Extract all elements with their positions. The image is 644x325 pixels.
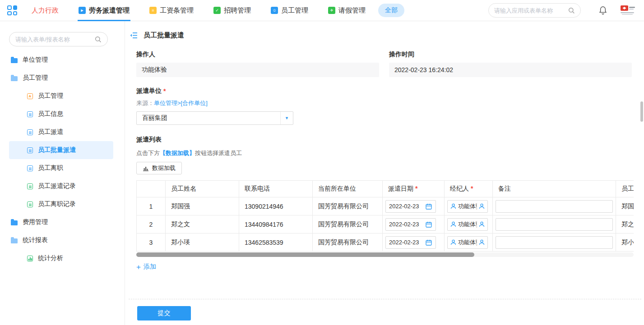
sidebar-item-label: 费用管理 — [23, 218, 48, 226]
form-search-box[interactable] — [9, 32, 108, 46]
dispatch-date-input[interactable] — [389, 221, 423, 228]
module-hr-admin[interactable]: 人力行政 — [31, 0, 60, 21]
hint-load-button-ref: 【数据加载】 — [160, 150, 195, 156]
cell-phone: 13462583539 — [239, 233, 313, 252]
form-area: 操作人 功能体验 操作时间 2022-02-23 16:24:02 派遣单位 *… — [125, 40, 644, 271]
module-leave[interactable]: ✈ 请假管理 — [327, 0, 366, 21]
sidebar-item-employee-resign[interactable]: 员工离职 — [9, 159, 113, 177]
agent-picker[interactable]: 功能体验 — [447, 200, 488, 213]
cell-name: 郑国强 — [166, 197, 239, 215]
remark-input[interactable] — [496, 200, 613, 213]
sidebar-item-employee-mgmt[interactable]: A 员工管理 — [9, 87, 113, 105]
dispatch-date-input[interactable] — [389, 239, 423, 246]
dispatch-date-input[interactable] — [389, 203, 423, 210]
remark-input[interactable] — [496, 218, 613, 231]
form-search-input[interactable] — [15, 36, 95, 43]
person-icon — [450, 203, 456, 209]
dispatch-module-icon: ► — [79, 7, 86, 14]
sidebar-item-label: 员工派遣 — [38, 128, 63, 136]
module-recruit[interactable]: ✓ 招聘管理 — [213, 0, 252, 21]
col-name: 员工姓名 — [166, 181, 239, 197]
submit-button[interactable]: 提交 — [137, 306, 191, 320]
op-time-field: 操作时间 2022-02-23 16:24:02 — [389, 50, 632, 77]
apps-grid-square — [13, 5, 18, 10]
bar-chart-icon — [143, 165, 149, 171]
sidebar-item-label: 员工离职记录 — [38, 200, 76, 208]
app-search-input[interactable] — [494, 7, 568, 14]
cell-name: 郑之文 — [166, 215, 239, 233]
row-index: 1 — [137, 197, 166, 215]
sidebar-item-unit-mgmt[interactable]: 单位管理 — [9, 51, 113, 69]
person-picker-icon[interactable] — [479, 221, 485, 227]
sidebar-item-employee-batch-dispatch[interactable]: 员工批量派遣 — [9, 141, 113, 159]
module-all-badge[interactable]: 全部 — [378, 4, 404, 17]
required-asterisk: * — [471, 185, 473, 192]
sidebar-item-resign-records[interactable]: 员工离职记录 — [9, 195, 113, 213]
app-window: 人力行政 ► 劳务派遣管理 ≡ 工资条管理 ✓ 招聘管理 ☺ 员工管理 ✈ 请假… — [0, 0, 644, 325]
sidebar-item-employee-mgmt-folder[interactable]: 员工管理 — [9, 69, 113, 87]
cell-current-unit: 国芳贸易有限公司 — [313, 233, 383, 252]
sidebar-item-label: 员工信息 — [38, 110, 63, 118]
collapse-menu-icon[interactable] — [130, 32, 138, 39]
sidebar-item-dispatch-records[interactable]: 员工派遣记录 — [9, 177, 113, 195]
vertical-scrollbar-thumb[interactable] — [640, 101, 643, 122]
operator-label: 操作人 — [136, 50, 379, 59]
dispatch-unit-label: 派遣单位 — [136, 87, 162, 95]
op-time-label: 操作时间 — [389, 50, 632, 59]
search-icon[interactable] — [568, 7, 575, 14]
source-prefix: 来源： — [136, 100, 154, 106]
sidebar-item-report-folder[interactable]: 统计报表 — [9, 231, 113, 249]
sidebar-item-expense-mgmt[interactable]: 费用管理 — [9, 213, 113, 231]
dispatch-date-picker[interactable] — [385, 200, 436, 213]
data-load-button-label: 数据加载 — [152, 164, 176, 172]
data-load-button[interactable]: 数据加载 — [136, 162, 182, 174]
source-link[interactable]: 单位管理>[合作单位] — [154, 100, 208, 106]
chevron-down-icon[interactable]: ▼ — [280, 112, 293, 124]
sidebar-item-label: 统计报表 — [23, 236, 48, 244]
agent-value: 功能体验 — [458, 220, 477, 229]
sidebar-item-employee-dispatch[interactable]: 员工派遣 — [9, 123, 113, 141]
sidebar-item-label: 员工管理 — [38, 92, 63, 100]
module-leave-label: 请假管理 — [338, 6, 366, 15]
row-index: 2 — [137, 215, 166, 233]
sidebar-item-label: 单位管理 — [23, 56, 48, 64]
agent-value: 功能体验 — [458, 238, 477, 247]
apps-grid-icon[interactable] — [7, 5, 17, 15]
agent-value: 功能体验 — [458, 202, 477, 211]
dispatch-date-picker[interactable] — [385, 236, 436, 249]
dispatch-date-picker[interactable] — [385, 218, 436, 231]
col-index — [137, 181, 166, 197]
agent-picker[interactable]: 功能体验 — [447, 218, 488, 231]
folder-icon — [11, 58, 18, 63]
cell-employee: 郑小瑛 — [616, 233, 634, 252]
notification-bell-icon[interactable] — [599, 6, 607, 15]
col-current-unit: 当前所在单位 — [313, 181, 383, 197]
page-title: 员工批量派遣 — [144, 31, 184, 40]
sidebar-item-employee-info[interactable]: 员工信息 — [9, 105, 113, 123]
module-payslip-label: 工资条管理 — [160, 6, 194, 15]
person-picker-icon[interactable] — [479, 239, 485, 245]
module-labor-dispatch[interactable]: ► 劳务派遣管理 — [78, 0, 130, 21]
dispatch-unit-select[interactable]: 百丽集团 ▼ — [136, 111, 293, 125]
plus-icon: + — [136, 263, 141, 271]
person-icon — [450, 221, 456, 227]
calendar-icon[interactable] — [426, 239, 432, 246]
search-icon[interactable] — [95, 36, 102, 43]
app-search-box[interactable] — [488, 3, 581, 18]
row-index: 3 — [137, 233, 166, 252]
remark-input[interactable] — [496, 236, 613, 249]
horizontal-scrollbar-thumb[interactable] — [136, 252, 474, 257]
calendar-icon[interactable] — [426, 203, 432, 210]
agent-picker[interactable]: 功能体验 — [447, 236, 488, 249]
person-picker-icon[interactable] — [479, 203, 485, 209]
dispatch-unit-field: 派遣单位 * 来源：单位管理>[合作单位] 百丽集团 ▼ — [136, 87, 632, 125]
cell-phone: 13090214946 — [239, 197, 313, 215]
horizontal-scrollbar[interactable] — [136, 252, 634, 257]
operator-value: 功能体验 — [136, 63, 379, 77]
module-payslip[interactable]: ≡ 工资条管理 — [148, 0, 195, 21]
required-asterisk: * — [415, 185, 417, 192]
sidebar-item-stat-analysis[interactable]: 统计分析 — [9, 249, 113, 267]
module-employee[interactable]: ☺ 员工管理 — [270, 0, 309, 21]
add-row-link[interactable]: + 添加 — [136, 263, 156, 271]
calendar-icon[interactable] — [426, 221, 432, 228]
